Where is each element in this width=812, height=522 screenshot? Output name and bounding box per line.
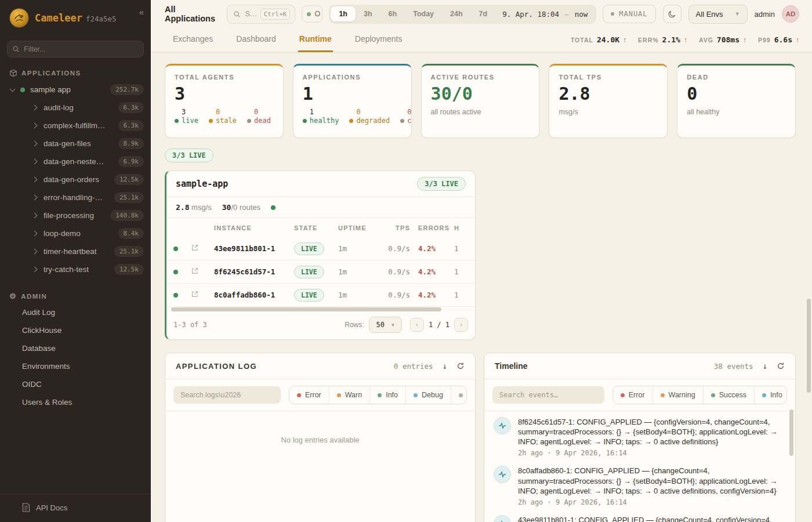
avatar[interactable]: AD [782,5,799,23]
sidebar-item-users-roles[interactable]: Users & Roles [0,393,151,411]
sidebar-item-database[interactable]: Database [0,339,151,357]
sidebar-item-route[interactable]: timer-heartbeat25.1k [0,242,151,260]
sidebar-item-route[interactable]: data-gen-files8.9k [0,135,151,153]
timeline-search-input[interactable] [492,386,604,404]
sidebar-item-route[interactable]: data-gen-neste…6.9k [0,153,151,171]
status-dot [349,119,353,123]
manual-dot [611,12,614,16]
timeline-event[interactable]: 8f6245c61d57-1: CONFIG_APPLIED — {config… [494,417,784,457]
timeline-event[interactable]: 8c0affadb860-1: CONFIG_APPLIED — {change… [494,466,784,506]
table-row[interactable]: 8f6245c61d57-1 LIVE 1m 0.9/s 4.2% 1 [166,260,475,284]
count-badge: 140.8k [110,210,144,221]
sidebar-collapse-button[interactable]: « [139,7,144,17]
filter-chip-debug[interactable]: Debug [406,386,451,404]
filter-chip-info[interactable]: Info [370,386,406,404]
status-dot-green [173,246,178,251]
sidebar-item-route[interactable]: file-processing140.8k [0,206,151,224]
prev-page-button[interactable]: ‹ [410,318,424,332]
filter-chip-info[interactable]: Info [755,386,787,404]
sidebar-item-route[interactable]: try-catch-test12.5k [0,260,151,278]
chevron-right-icon [32,249,38,255]
sidebar-item-route[interactable]: audit-log6.3k [0,99,151,117]
sidebar-item-route[interactable]: data-gen-orders12.5k [0,171,151,188]
external-link-icon[interactable] [191,244,214,253]
live-badge[interactable]: 3/3 LIVE [165,148,213,162]
api-docs-link[interactable]: API Docs [0,494,151,522]
page-scrollbar-thumb[interactable] [807,299,811,393]
status-dot [303,119,307,123]
arrow-up-icon: ↑ [623,36,626,44]
connection-status-pill[interactable]: O [302,5,322,23]
tab-runtime[interactable]: Runtime [298,28,333,52]
tab-dashboard[interactable]: Dashboard [235,28,277,52]
sidebar-item-clickhouse[interactable]: ClickHouse [0,321,151,339]
tab-deployments[interactable]: Deployments [354,28,404,52]
panel-title: APPLICATION LOG [176,362,257,371]
filter-chip-error[interactable]: Error [289,386,329,404]
manual-refresh-button[interactable]: MANUAL [603,5,655,23]
filter-chip-error[interactable]: Error [613,386,653,404]
time-range-7d[interactable]: 7d [471,6,496,21]
time-range-6h[interactable]: 6h [380,6,405,21]
refresh-icon[interactable] [777,362,785,370]
chevron-right-icon [32,177,38,183]
sidebar-item-route[interactable]: error-handling-…25.1k [0,188,151,206]
stat-avg: AVG708ms↑ [699,35,746,44]
document-icon [22,503,30,512]
stat-p99: P996.6s↑ [758,35,799,44]
chevron-down-icon [10,86,16,92]
arrow-up-icon: ↑ [796,36,799,44]
table-row[interactable]: 8c0affadb860-1 LIVE 1m 0.9/s 4.2% 1 [166,284,475,307]
global-search-button[interactable]: S… Ctrl+K [227,5,295,24]
date-range-display[interactable]: 9. Apr. 18:04 – now [495,6,594,22]
app-live-badge: 3/3 LIVE [417,177,466,191]
sidebar-item-route[interactable]: loop-demo8.4k [0,224,151,242]
chevron-right-icon [32,159,38,165]
filter-chip-trace[interactable]: Trace [451,386,467,404]
sidebar-item-route[interactable]: complex-fulfillm…6.3k [0,117,151,135]
next-page-button[interactable]: › [454,318,468,332]
count-badge: 8.4k [118,228,144,239]
applications-section-header: APPLICATIONS [0,60,151,81]
external-link-icon[interactable] [191,290,214,300]
download-icon[interactable]: ↓ [443,361,447,371]
sidebar-item-environments[interactable]: Environments [0,357,151,375]
summary-stats: TOTAL24.0K↑ ERR%2.1%↑ AVG708ms↑ P996.6s↑ [571,35,799,44]
chevron-right-icon [32,231,38,237]
topbar-right: MANUAL All Envs ▼ admin AD [603,5,799,24]
table-footer: 1-3 of 3 Rows: 50 ▼ ‹ 1 / 1 › [166,311,475,339]
entries-count: 0 entries [394,362,433,371]
time-range-24h[interactable]: 24h [442,6,471,21]
time-range-1h[interactable]: 1h [331,6,356,21]
count-badge: 25.1k [114,246,144,257]
theme-toggle-button[interactable] [663,5,682,23]
timeline-event[interactable]: 43ee9811b801-1: CONFIG_APPLIED — {change… [494,515,784,522]
environment-select[interactable]: All Envs ▼ [688,5,748,24]
log-search-input[interactable] [173,386,281,404]
search-icon [12,45,20,53]
chevron-right-icon [32,141,38,147]
tab-exchanges[interactable]: Exchanges [172,28,214,52]
sidebar-item-sample-app[interactable]: sample app 252.7k [0,81,151,99]
filter-chip-warn[interactable]: Warn [329,386,370,404]
table-row[interactable]: 43ee9811b801-1 LIVE 1m 0.9/s 4.2% 1 [166,237,475,260]
rows-per-page-select[interactable]: 50 ▼ [369,317,402,333]
download-icon[interactable]: ↓ [763,361,767,371]
app-stats-row: 2.8 msg/s 30/0 routes [166,197,475,218]
filter-chip-success[interactable]: Success [704,386,755,404]
count-badge: 12.5k [114,174,144,185]
sidebar-filter-input[interactable] [7,41,144,57]
time-range-today[interactable]: Today [405,6,442,21]
external-link-icon[interactable] [191,267,214,277]
horizontal-scrollbar-thumb[interactable] [171,307,441,311]
status-dot [175,119,179,123]
filter-chip-warning[interactable]: Warning [653,386,704,404]
sidebar-item-oidc[interactable]: OIDC [0,375,151,393]
state-badge: LIVE [294,242,324,255]
row-range: 1-3 of 3 [173,321,207,329]
time-range-3h[interactable]: 3h [356,6,380,21]
timeline-scrollbar-thumb[interactable] [789,409,793,456]
refresh-icon[interactable] [456,362,465,370]
sidebar-item-audit-log[interactable]: Audit Log [0,303,151,321]
status-dot [400,119,404,123]
